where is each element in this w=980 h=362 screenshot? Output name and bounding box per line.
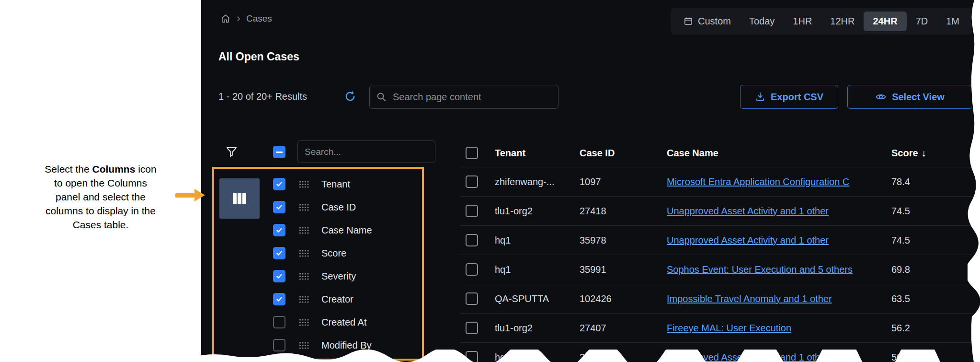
annotation-arrow (175, 189, 205, 201)
indeterminate-minus-icon (276, 152, 283, 153)
column-header-case-name[interactable]: Case Name (667, 148, 891, 159)
columns-icon (232, 192, 247, 205)
cell-tenant: QA-SPUTTA (495, 293, 580, 304)
column-header-score[interactable]: Score ↓ (891, 148, 958, 159)
drag-dots-icon[interactable] (299, 204, 309, 211)
drag-dots-icon[interactable] (299, 342, 309, 349)
column-label: Tenant (321, 179, 350, 190)
time-option-1hr[interactable]: 1HR (784, 16, 821, 27)
filter-icon[interactable] (225, 145, 238, 160)
cell-score: 74.5 (891, 206, 958, 217)
drag-dots-icon[interactable] (299, 273, 309, 280)
breadcrumb: › Cases (220, 13, 272, 24)
row-checkbox[interactable] (466, 175, 478, 188)
time-option-custom-label: Custom (698, 16, 731, 27)
cell-case-id: 35991 (580, 264, 667, 275)
cell-tenant: zhifenwang-... (495, 176, 580, 187)
arrow-head-icon (194, 189, 205, 201)
row-checkbox[interactable] (466, 322, 478, 334)
screenshot-canvas: Select the Columns icon to open the Colu… (0, 0, 980, 362)
results-count: 1 - 20 of 20+ Results (218, 91, 307, 102)
table-row: tlu1-org2 27418 Unapproved Asset Activit… (460, 197, 972, 226)
table-row: QA-SPUTTA 102426 Impossible Travel Anoma… (460, 284, 972, 314)
column-checkbox[interactable] (273, 293, 285, 305)
header-checkbox[interactable] (466, 147, 478, 159)
column-checkbox[interactable] (273, 247, 285, 259)
refresh-icon[interactable] (344, 90, 356, 105)
cell-tenant: tlu1-org2 (495, 323, 580, 334)
breadcrumb-cases[interactable]: Cases (246, 13, 272, 24)
case-name-link[interactable]: Fireeye MAL: User Execution (667, 323, 883, 334)
cell-score: 63.5 (891, 293, 958, 304)
time-option-24hr[interactable]: 24HR (864, 12, 906, 31)
annotation-line: to open the Columns (5, 176, 196, 190)
export-csv-label: Export CSV (771, 92, 823, 103)
cell-tenant: hq1 (495, 235, 580, 246)
columns-icon-button[interactable] (219, 178, 260, 219)
page-search-input[interactable] (369, 85, 558, 109)
cell-tenant: tlu1-org2 (495, 206, 580, 217)
drag-dots-icon[interactable] (299, 296, 309, 303)
cell-tenant: hq1 (495, 264, 580, 275)
time-option-today[interactable]: Today (740, 16, 784, 27)
case-name-link[interactable]: Impossible Travel Anomaly and 1 other (667, 293, 883, 304)
drag-dots-icon[interactable] (299, 227, 309, 234)
column-header-case-id[interactable]: Case ID (580, 148, 667, 159)
row-checkbox[interactable] (466, 205, 478, 217)
annotation-text: Select the Columns icon to open the Colu… (5, 162, 196, 232)
column-checkbox[interactable] (273, 270, 285, 282)
annotation-line: panel and select the (5, 190, 196, 204)
torn-edge-right (968, 0, 980, 362)
export-csv-button[interactable]: Export CSV (740, 85, 838, 109)
cell-case-id: 102426 (580, 293, 667, 304)
case-name-link[interactable]: Unapproved Asset Activity and 1 other (667, 235, 883, 246)
column-label: Severity (321, 271, 356, 282)
home-icon[interactable] (220, 13, 231, 24)
column-label: Created At (321, 317, 367, 328)
eye-icon (875, 91, 887, 103)
column-checkbox[interactable] (273, 316, 285, 328)
chevron-right-icon: › (237, 13, 240, 23)
column-checkbox[interactable] (273, 178, 285, 190)
table-header-row: Tenant Case ID Case Name Score ↓ (460, 139, 972, 167)
search-icon (376, 92, 387, 102)
table-row: hq1 35991 Sophos Event: User Execution a… (460, 255, 972, 284)
row-checkbox[interactable] (466, 263, 478, 276)
columns-search-input[interactable] (297, 140, 435, 163)
column-label: Creator (321, 294, 353, 305)
cell-score: 78.4 (891, 176, 958, 187)
drag-dots-icon[interactable] (299, 181, 309, 188)
select-view-button[interactable]: Select View (847, 85, 972, 109)
row-checkbox[interactable] (466, 234, 478, 246)
case-name-link[interactable]: Sophos Event: User Execution and 5 other… (667, 264, 883, 275)
select-view-label: Select View (892, 92, 945, 103)
time-option-7d[interactable]: 7D (907, 16, 937, 27)
time-option-12hr[interactable]: 12HR (821, 16, 864, 27)
column-header-tenant[interactable]: Tenant (495, 148, 580, 159)
column-toggle-item: Severity (273, 265, 372, 288)
row-checkbox[interactable] (466, 292, 478, 305)
cell-case-id: 27407 (580, 323, 667, 334)
annotation-line: Select the Columns icon (5, 162, 196, 176)
column-label: Case ID (321, 202, 356, 213)
cases-page: › Cases Custom Today 1HR 12HR 24HR 7D 1M… (201, 0, 980, 362)
table-row: hq1 35978 Unapproved Asset Activity and … (460, 226, 972, 255)
column-toggle-item: Score (273, 242, 372, 265)
cell-score: 56.2 (891, 323, 958, 334)
case-name-link[interactable]: Unapproved Asset Activity and 1 other (667, 206, 883, 217)
drag-dots-icon[interactable] (299, 250, 309, 257)
column-checkbox[interactable] (273, 201, 285, 213)
column-checkbox[interactable] (273, 224, 285, 236)
time-option-1m[interactable]: 1M (937, 16, 969, 27)
table-row: tlu1-org2 27407 Fireeye MAL: User Execut… (460, 314, 972, 343)
drag-dots-icon[interactable] (299, 319, 309, 326)
arrow-shaft (175, 193, 194, 198)
cell-score: 69.8 (891, 264, 958, 275)
column-toggle-item: Case ID (273, 196, 372, 219)
page-title: All Open Cases (218, 50, 299, 63)
case-name-link[interactable]: Microsoft Entra Application Configuratio… (667, 176, 883, 187)
sort-desc-icon: ↓ (922, 148, 926, 159)
select-all-checkbox[interactable] (273, 146, 285, 158)
score-header-label: Score (891, 148, 918, 159)
time-option-custom[interactable]: Custom (674, 16, 740, 27)
